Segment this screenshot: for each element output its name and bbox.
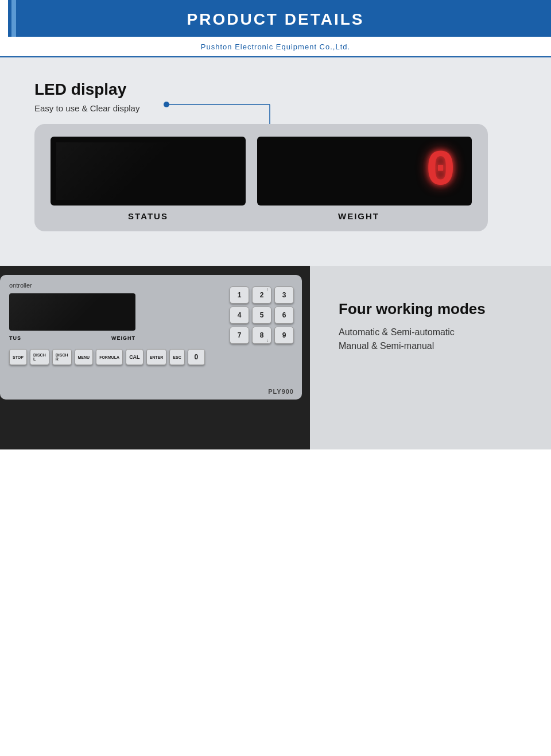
- key-disch-r[interactable]: DISCHR: [52, 349, 72, 365]
- key-7[interactable]: 7: [230, 327, 249, 344]
- led-section-heading: LED display: [34, 80, 517, 99]
- key-disch-l[interactable]: DISCHL: [30, 349, 49, 365]
- key-row-3: 7 8 9: [230, 327, 294, 344]
- working-modes-section: ontroller TUS WEIGHT STOP DISCHL DISCHR …: [0, 266, 551, 449]
- subheader: Pushton Electronic Equipment Co.,Ltd.: [0, 37, 551, 57]
- key-2[interactable]: 2: [252, 286, 271, 304]
- key-row-1: 1 2 3: [230, 286, 294, 304]
- key-cal[interactable]: CAL: [126, 349, 143, 365]
- key-6[interactable]: 6: [274, 307, 294, 324]
- modes-text-area: Four working modes Automatic & Semi-auto…: [310, 266, 551, 378]
- controller-label-weight: WEIGHT: [111, 335, 135, 341]
- led-screen-weight: 0: [257, 137, 472, 206]
- header-deco-blue: [11, 0, 16, 37]
- key-8[interactable]: 8: [252, 327, 271, 344]
- key-menu[interactable]: MENU: [75, 349, 94, 365]
- led-digit: 0: [425, 146, 456, 196]
- key-0[interactable]: 0: [188, 349, 205, 365]
- function-keys-row: STOP DISCHL DISCHR MENU FORMULA CAL ENTE…: [9, 349, 293, 365]
- numeric-keypad: 1 2 3 4 5 6 7 8 9: [230, 286, 294, 347]
- led-screens-row: 0: [51, 137, 472, 206]
- led-annotation-text: Easy to use & Clear display: [34, 103, 139, 113]
- model-label: PLY900: [268, 388, 294, 395]
- key-esc[interactable]: ESC: [169, 349, 184, 365]
- led-display-unit: 0 STATUS WEIGHT: [34, 124, 488, 231]
- led-screen-status: [51, 137, 246, 206]
- controller-panel: ontroller TUS WEIGHT STOP DISCHL DISCHR …: [0, 275, 302, 400]
- controller-lcd: [9, 293, 135, 331]
- header-decoration: [0, 0, 40, 37]
- key-stop[interactable]: STOP: [9, 349, 27, 365]
- modes-line1: Automatic & Semi-automatic: [339, 327, 528, 338]
- modes-line2: Manual & Semi-manual: [339, 341, 528, 351]
- annotation-container: Easy to use & Clear display: [34, 103, 517, 114]
- header-deco-white: [0, 0, 8, 37]
- header: PRODUCT DETAILS: [0, 0, 551, 37]
- page-title: PRODUCT DETAILS: [187, 10, 364, 29]
- key-formula[interactable]: FORMULA: [96, 349, 123, 365]
- company-name: Pushton Electronic Equipment Co.,Ltd.: [201, 42, 350, 51]
- svg-point-0: [164, 102, 169, 107]
- key-enter[interactable]: ENTER: [146, 349, 167, 365]
- key-row-2: 4 5 6: [230, 307, 294, 324]
- key-5[interactable]: 5: [252, 307, 271, 324]
- key-4[interactable]: 4: [230, 307, 249, 324]
- key-3[interactable]: 3: [274, 286, 294, 304]
- key-9[interactable]: 9: [274, 327, 294, 344]
- controller-sub-labels: TUS WEIGHT: [9, 335, 135, 341]
- led-label-status: STATUS: [51, 211, 246, 221]
- key-1[interactable]: 1: [230, 286, 249, 304]
- controller-area: ontroller TUS WEIGHT STOP DISCHL DISCHR …: [0, 266, 310, 449]
- modes-heading: Four working modes: [339, 300, 528, 318]
- controller-label-status: TUS: [9, 335, 21, 341]
- led-label-weight: WEIGHT: [246, 211, 472, 221]
- led-display-section: LED display Easy to use & Clear display …: [0, 57, 551, 266]
- led-labels-row: STATUS WEIGHT: [51, 211, 472, 221]
